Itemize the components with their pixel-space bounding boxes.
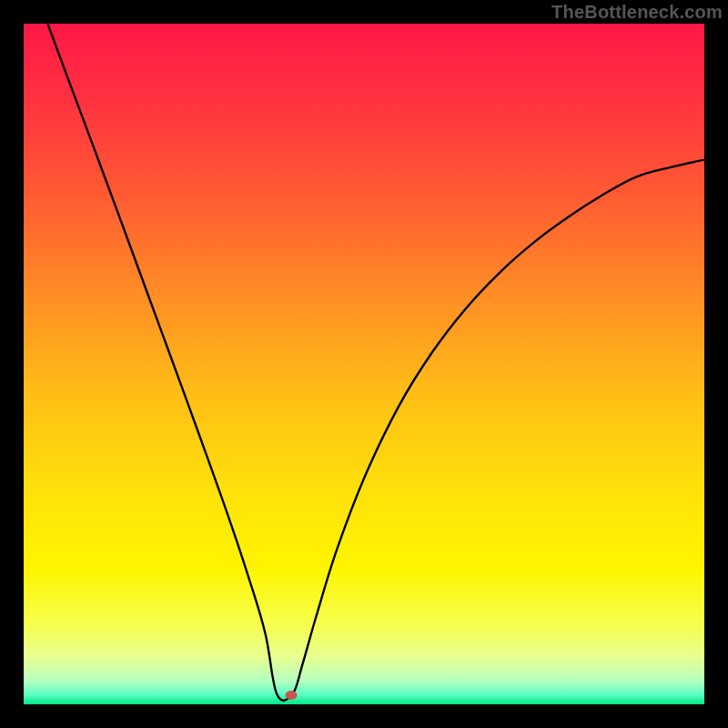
bottleneck-curve [48, 25, 704, 701]
watermark-text: TheBottleneck.com [551, 2, 723, 23]
plot-area [24, 24, 704, 704]
chart-frame: TheBottleneck.com [0, 0, 728, 728]
curve-layer [24, 24, 704, 704]
optimum-marker [285, 691, 297, 700]
